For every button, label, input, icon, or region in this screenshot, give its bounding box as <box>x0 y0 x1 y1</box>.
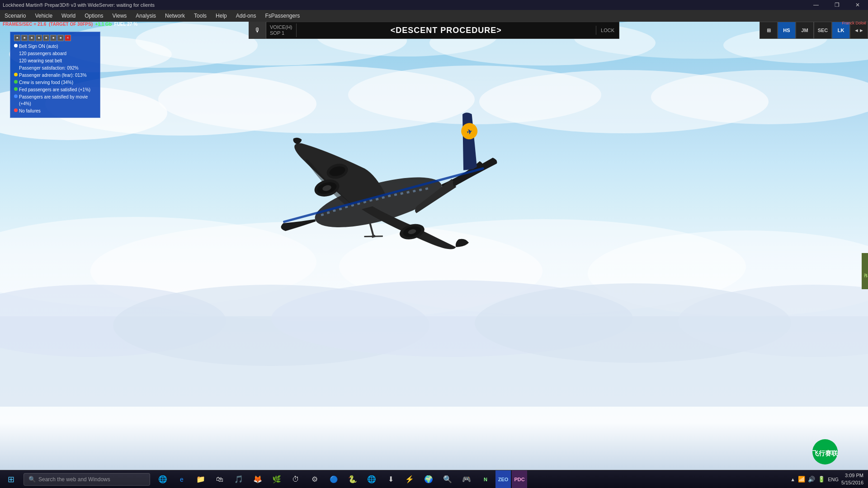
dot-failures <box>14 108 18 112</box>
minimize-button[interactable]: — <box>806 0 826 10</box>
toolbar-btn-1[interactable]: ⊞ <box>760 22 778 39</box>
panel-icon-3[interactable]: ■ <box>28 35 35 41</box>
toolbar-btn-jm[interactable]: JM <box>796 22 814 39</box>
text-failures: No failures <box>19 108 41 114</box>
systray-expand[interactable]: ▲ <box>790 477 795 482</box>
taskbar-python[interactable]: 🐍 <box>344 470 362 488</box>
taskbar-browser[interactable]: 🌍 <box>420 470 438 488</box>
text-beltsign: Belt Sign ON (auto) <box>19 43 58 50</box>
taskbar-edge[interactable]: 🌐 <box>154 470 172 488</box>
taskbar-np[interactable]: N <box>476 470 495 488</box>
info-row-satisfaction: Passenger satisfaction: 092% <box>14 65 96 71</box>
search-icon: 🔍 <box>28 476 36 483</box>
menubar: Scenario Vehicle World Options Views Ana… <box>0 10 868 22</box>
corner-logo: Franck Doloé <box>840 20 868 26</box>
text-food: Crew is serving food (34%) <box>19 79 73 86</box>
window-title: Lockheed Martin® Prepar3D® v3 with WideS… <box>0 2 155 8</box>
menu-addons[interactable]: Add-ons <box>231 10 261 22</box>
systray-battery: 🔋 <box>818 476 825 483</box>
taskbar-pdc[interactable]: PDC <box>512 470 527 488</box>
menu-fspassengers[interactable]: FsPassengers <box>260 10 304 22</box>
taskbar-media[interactable]: 🎵 <box>230 470 248 488</box>
close-button[interactable]: ✕ <box>847 0 868 10</box>
search-placeholder: Search the web and Windows <box>38 476 110 483</box>
systray-wifi: 📶 <box>798 476 805 483</box>
info-row-pax: 120 passengers aboard <box>14 50 96 57</box>
menu-options[interactable]: Options <box>80 10 108 22</box>
taskbar-store[interactable]: 🛍 <box>211 470 229 488</box>
taskbar: ⊞ 🔍 Search the web and Windows 🌐 e 📁 🛍 🎵… <box>0 470 868 488</box>
panel-icon-5[interactable]: ■ <box>43 35 49 41</box>
clock-time: 3:09 PM <box>841 472 863 479</box>
text-fed: Fed passengers are satisfied (+1%) <box>19 86 90 93</box>
text-movie: Passengers are satisfied by movie (+4%) <box>19 94 96 107</box>
panel-icon-1[interactable]: ■ <box>14 35 20 41</box>
info-row-beltsign: Belt Sign ON (auto) <box>14 43 96 50</box>
info-row-seatbelt: 120 wearing seat belt <box>14 57 96 64</box>
atc-bar: 🎙 VOICE(H) SOP 1 <DESCENT PROCEDURE> LOC… <box>249 22 619 39</box>
panel-icon-2[interactable]: ■ <box>21 35 28 41</box>
info-row-fed: Fed passengers are satisfied (+1%) <box>14 86 96 93</box>
atc-voice-label: VOICE(H) SOP 1 <box>266 23 297 37</box>
menu-analysis[interactable]: Analysis <box>131 10 160 22</box>
toolbar-btn-sec[interactable]: SEC <box>814 22 832 39</box>
menu-help[interactable]: Help <box>211 10 231 22</box>
systray-lang[interactable]: ENG <box>828 477 839 482</box>
systray-volume[interactable]: 🔊 <box>808 476 815 483</box>
menu-vehicle[interactable]: Vehicle <box>30 10 57 22</box>
titlebar: Lockheed Martin® Prepar3D® v3 with WideS… <box>0 0 868 10</box>
right-edge-panel[interactable]: 飞行 <box>862 253 868 289</box>
chinese-social-icon[interactable]: 飞行赛联 <box>811 438 839 465</box>
voice-type: VOICE(H) <box>270 24 292 30</box>
menu-world[interactable]: World <box>57 10 80 22</box>
window-controls: — ❐ ✕ <box>806 0 868 10</box>
atc-message: <DESCENT PROCEDURE> <box>297 26 596 35</box>
dot-adrenalin <box>14 73 18 76</box>
taskbar-right: ▲ 📶 🔊 🔋 ENG 3:09 PM 5/15/2016 <box>790 472 868 486</box>
info-panel: ■ ■ ■ ■ ■ ■ ■ ✕ Belt Sign ON (auto) 120 … <box>10 32 100 118</box>
taskbar-clock[interactable]: ⏱ <box>287 470 305 488</box>
info-row-adrenalin: Passenger adrenalin (fear): 013% <box>14 72 96 79</box>
maximize-button[interactable]: ❐ <box>826 0 847 10</box>
menu-tools[interactable]: Tools <box>189 10 211 22</box>
dot-movie <box>14 94 18 98</box>
info-row-movie: Passengers are satisfied by movie (+4%) <box>14 94 96 107</box>
menu-network[interactable]: Network <box>160 10 189 22</box>
taskbar-z[interactable]: ZEO <box>495 470 511 488</box>
atc-mic-icon[interactable]: 🎙 <box>249 22 266 39</box>
menu-views[interactable]: Views <box>108 10 132 22</box>
clock-date: 5/15/2016 <box>841 479 863 486</box>
performance-bar: FRAMES/SEC = 21.6 (TARGET OF 30FPS) +1.1… <box>3 22 137 27</box>
taskbar-ie[interactable]: e <box>173 470 191 488</box>
taskbar-vpn[interactable]: 🌐 <box>363 470 381 488</box>
taskbar-download[interactable]: ⬇ <box>382 470 400 488</box>
panel-icon-close[interactable]: ✕ <box>65 35 71 41</box>
taskbar-explorer[interactable]: 📁 <box>192 470 210 488</box>
svg-text:飞行赛联: 飞行赛联 <box>812 450 838 457</box>
menu-scenario[interactable]: Scenario <box>0 10 30 22</box>
edge-panel-label: 飞行 <box>863 271 868 272</box>
panel-icon-7[interactable]: ■ <box>57 35 64 41</box>
taskbar-app1[interactable]: 🌿 <box>268 470 286 488</box>
search-bar[interactable]: 🔍 Search the web and Windows <box>24 473 150 486</box>
atc-lock[interactable]: LOCK <box>596 26 619 35</box>
taskbar-search2[interactable]: 🔍 <box>439 470 457 488</box>
taskbar-chrome[interactable]: 🔵 <box>325 470 343 488</box>
taskbar-power[interactable]: ⚡ <box>401 470 419 488</box>
voice-sop: SOP 1 <box>270 30 292 36</box>
text-pax-aboard: 120 passengers aboard <box>14 50 66 57</box>
taskbar-games[interactable]: 🎮 <box>458 470 476 488</box>
taskbar-settings[interactable]: ⚙ <box>306 470 324 488</box>
text-satisfaction: Passenger satisfaction: 092% <box>14 65 79 71</box>
panel-icon-6[interactable]: ■ <box>50 35 57 41</box>
panel-icon-row: ■ ■ ■ ■ ■ ■ ■ ✕ <box>14 35 96 41</box>
panel-icon-4[interactable]: ■ <box>36 35 42 41</box>
taskbar-icons: 🌐 e 📁 🛍 🎵 🦊 🌿 ⏱ ⚙ 🔵 🐍 🌐 ⬇ ⚡ 🌍 🔍 🎮 N ZEO … <box>154 470 527 488</box>
info-row-food: Crew is serving food (34%) <box>14 79 96 86</box>
start-button[interactable]: ⊞ <box>0 470 22 488</box>
toolbar-btn-hs[interactable]: HS <box>778 22 796 39</box>
taskbar-firefox[interactable]: 🦊 <box>249 470 267 488</box>
clock[interactable]: 3:09 PM 5/15/2016 <box>841 472 863 486</box>
fps-text: FRAMES/SEC = 21.6 (TARGET OF 30FPS) <box>3 22 95 27</box>
text-adrenalin: Passenger adrenalin (fear): 013% <box>19 72 87 79</box>
